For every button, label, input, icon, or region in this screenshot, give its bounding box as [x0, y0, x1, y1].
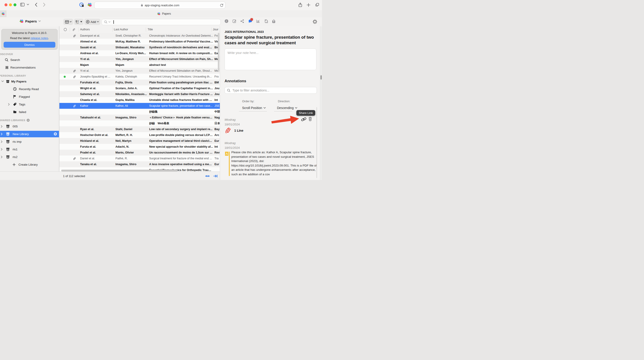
pinned-tab[interactable] [0, 10, 6, 17]
add-shared-library-icon[interactable] [26, 119, 30, 122]
sidebar-item-recently-read[interactable]: Recently Read [0, 85, 59, 93]
metrics-icon[interactable] [256, 19, 260, 23]
info-icon[interactable]: i [224, 19, 228, 23]
back-icon[interactable] [35, 3, 37, 7]
annotation-filter-input[interactable] [232, 88, 316, 92]
column-last-author[interactable]: Last Author [114, 28, 128, 31]
table-row[interactable]: Hoelscher-Doht et al.Meffert, R. H.Low-p… [60, 132, 220, 138]
chevron-right-icon[interactable] [1, 156, 3, 158]
select-all-checkbox[interactable] [64, 28, 67, 31]
onepassword-icon[interactable] [79, 2, 84, 7]
annotation-scrollbar[interactable] [316, 107, 317, 178]
comments-icon[interactable] [248, 19, 252, 23]
table-row[interactable]: Daniel et al.Pailhé, R.Surgical treatmen… [60, 156, 220, 161]
table-row[interactable]: Furuta et al.Adachi, N.New special appro… [60, 144, 220, 150]
sort-button[interactable]: AZ [74, 19, 84, 25]
paper-list: Authors Last Author Title Jour Davenport… [60, 26, 220, 180]
order-by-select[interactable]: Scroll Position [242, 106, 266, 110]
sidebar-toggle-icon[interactable] [20, 3, 24, 6]
create-library-button[interactable]: Create Library [0, 161, 59, 168]
reload-icon[interactable] [220, 3, 223, 7]
skip-to-end-icon[interactable] [213, 174, 218, 178]
chevron-right-icon[interactable] [8, 103, 10, 106]
minimize-window-button[interactable] [9, 3, 12, 6]
share-nodes-icon[interactable] [240, 19, 244, 23]
library-settings-gear-icon[interactable] [54, 132, 57, 136]
settings-gear-icon[interactable] [312, 19, 317, 24]
table-vertical-scrollbar[interactable] [218, 33, 220, 72]
table-row[interactable]: Josephs-Spaulding et ...Kaleta, Christop… [60, 74, 220, 80]
sidebar-item-search[interactable]: Search [0, 56, 59, 64]
table-row[interactable]: Furuhata et al.Fujita, ShotaPlate fixati… [60, 80, 220, 85]
view-options-button[interactable] [63, 19, 73, 25]
table-row[interactable]: Hickland et al.Neil, MartynOperative man… [60, 138, 220, 144]
chevron-right-icon[interactable] [1, 125, 3, 128]
panel-scrollbar-thumb[interactable] [320, 75, 322, 80]
cell-title: Recurrent Urinary Tract Infections: Unra… [148, 75, 213, 78]
sidebar-item-tags[interactable]: Tags [0, 100, 59, 108]
export-icon[interactable] [272, 19, 276, 23]
table-row[interactable]: MajamMajamabstract test [60, 62, 220, 68]
table-horizontal-scrollbar[interactable] [61, 170, 178, 172]
new-tab-icon[interactable] [307, 3, 310, 7]
sidebar-item-my-papers[interactable]: My Papers [0, 78, 59, 85]
share-icon[interactable] [298, 3, 302, 7]
table-row[interactable]: 抄録集中部 [60, 109, 220, 115]
table-row[interactable]: Pradel et al.Marès, OlivierUn raccourcis… [60, 150, 220, 156]
chevron-right-icon[interactable] [1, 133, 3, 135]
table-row[interactable]: Tanaka et al.Imagama, ShiroA less invasi… [60, 161, 220, 167]
sidebar-item-ris1[interactable]: ris1 [0, 146, 59, 153]
sidebar-item-new-library[interactable]: New Library [0, 131, 59, 137]
sidebar-item-ris2[interactable]: ris2 [0, 154, 59, 160]
attachment-column-icon[interactable] [72, 28, 75, 31]
app-menu[interactable]: Papers [19, 19, 41, 23]
sidebar-item-005[interactable]: 005 [0, 123, 59, 130]
column-authors[interactable]: Authors [80, 28, 90, 31]
table-row[interactable]: Sasaki et al.Shibasaki, MasakatsuSynthes… [60, 44, 220, 50]
add-button[interactable]: Add [84, 19, 100, 25]
table-row[interactable]: Sahemey et al.Nikolaides, Anastasio...Mo… [60, 91, 220, 97]
tab-papers[interactable]: Papers [6, 10, 322, 17]
panel-scrollbar-track[interactable] [320, 26, 322, 180]
forward-icon[interactable] [43, 3, 46, 7]
chevron-right-icon[interactable] [1, 148, 3, 151]
cell-journal: Nag [213, 116, 220, 119]
chevron-right-icon[interactable] [1, 141, 3, 143]
table-row[interactable]: Wright et al.Scolaro, John A.Optimal Fix… [60, 85, 220, 91]
tabs-overview-icon[interactable] [315, 3, 319, 7]
dismiss-button[interactable]: Dismiss [4, 42, 55, 48]
close-window-button[interactable] [4, 3, 8, 6]
table-row[interactable]: KalhorKalhor, AliScapular spine fracture… [60, 103, 220, 109]
unread-dot[interactable] [60, 76, 70, 78]
table-row[interactable]: Takahashi et al.Imagama, Shiro＜Editors' … [60, 115, 220, 120]
zoom-window-button[interactable] [14, 3, 16, 6]
table-row[interactable]: Andreas et al.Le-Doare, Kirsty Meh...Hum… [60, 50, 220, 56]
table-row[interactable]: Ryan et al.Stahl, DanielLow rate of seco… [60, 126, 220, 132]
column-title[interactable]: Title [148, 28, 153, 31]
table-row[interactable]: Davenport et al.Snell, Christopher R.Chr… [60, 33, 220, 39]
sidebar-item-ris-imp[interactable]: ris imp [0, 138, 59, 145]
direction-select[interactable]: Descending [277, 106, 297, 110]
table-row[interactable]: Chawla et al.Gupta, MallikaUnstable dist… [60, 97, 220, 103]
sidebar-item-flagged[interactable]: Flagged [0, 93, 59, 100]
library-search-input[interactable] [102, 19, 221, 25]
preview-eye-icon[interactable] [205, 174, 210, 178]
table-row[interactable]: 抄録 Web発表日本 [60, 120, 220, 126]
release-notes-link[interactable]: release notes [30, 36, 48, 40]
annotation-filter[interactable] [224, 87, 317, 94]
table-row[interactable]: Ahmed et al.McKay, Matthew R.Preliminary… [60, 39, 220, 44]
table-row[interactable]: Yi et al.Yim, JongeunEffect of Microcurr… [60, 68, 220, 74]
sidebar-item-recommendations[interactable]: Recommendations [0, 64, 59, 71]
papers-extension-icon[interactable] [87, 2, 92, 7]
chevron-down-icon[interactable] [1, 80, 4, 82]
column-journal[interactable]: Jour [213, 28, 218, 31]
share-annotation-link-icon[interactable] [301, 117, 306, 122]
address-bar[interactable]: app-staging.readcube.com [94, 1, 226, 9]
supplements-icon[interactable] [264, 19, 268, 23]
table-row[interactable]: Yi et al.Yim, JongeunEffect of Microcurr… [60, 56, 220, 62]
chevron-down-icon[interactable] [27, 4, 29, 5]
note-input[interactable] [224, 48, 316, 70]
edit-icon[interactable] [232, 19, 236, 23]
sidebar-item-failed[interactable]: failed [0, 108, 59, 116]
delete-annotation-icon[interactable] [308, 117, 312, 121]
